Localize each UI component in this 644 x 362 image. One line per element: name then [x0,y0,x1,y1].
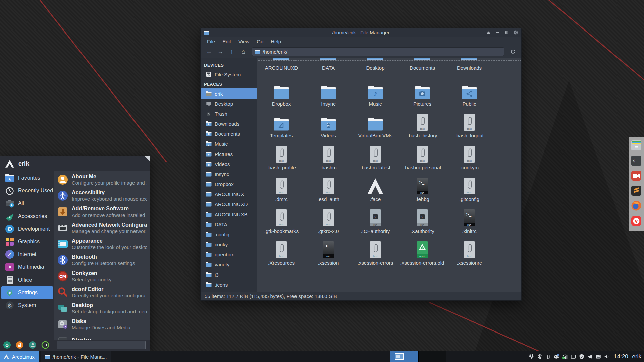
file-pictures[interactable]: Pictures [399,75,446,107]
sidebar-item-downloads[interactable]: Downloads [201,119,257,129]
logout-icon[interactable] [41,341,49,349]
menu-entry-add-remove-software[interactable]: Add/Remove SoftwareAdd or remove softwar… [54,204,150,220]
file-music[interactable]: ♪Music [352,75,399,107]
menu-entry-disks[interactable]: DisksManage Drives and Media [54,316,150,333]
file--bash-logout[interactable]: text.bash_logout [446,107,493,139]
workspace-1[interactable] [390,351,418,362]
file--bash-profile[interactable]: text.bash_profile [258,139,305,171]
menu-entry-accessibility[interactable]: AccessibilityImprove keyboard and mouse … [54,188,150,204]
file--bashrc-latest[interactable]: text.bashrc-latest [352,139,399,171]
menubar-item-edit[interactable]: Edit [219,39,235,44]
screen-recorder-dock-icon[interactable] [631,170,642,181]
file-downloads[interactable]: Downloads [446,58,493,75]
file--xinitrc[interactable]: >_run.xinitrc [446,202,493,234]
clipboard-tray-icon[interactable] [545,354,551,360]
reload-button[interactable] [507,47,519,56]
dropbox-tray-icon[interactable] [528,354,534,360]
file--conkyrc[interactable]: text.conkyrc [446,139,493,171]
sidebar-item-file-system[interactable]: File System [201,69,257,79]
network-tray-icon[interactable] [562,354,568,360]
sidebar-item-arcolinuxd[interactable]: ARCOLINUXD [201,199,257,209]
volume-tray-icon[interactable] [604,354,610,360]
bluetooth-tray-icon[interactable] [537,354,543,360]
menu-category-development[interactable]: ⚙Development [1,223,53,235]
sidebar-item-openbox[interactable]: openbox [201,249,257,259]
menu-entry-about-me[interactable]: About MeConfigure your profile image and… [54,172,150,188]
sidebar-item-videos[interactable]: Videos [201,159,257,169]
file--dmrc[interactable]: text.dmrc [258,171,305,202]
menubar-item-go[interactable]: Go [253,39,267,44]
menu-category-all[interactable]: All [1,197,53,210]
maximize-button[interactable] [504,30,509,35]
file--gtk-bookmarks[interactable]: text.gtk-bookmarks [258,202,305,234]
file--xauthority[interactable]: ›run.Xauthority [399,202,446,234]
sidebar-item-erik[interactable]: erik [201,88,257,99]
sidebar-item-variety[interactable]: variety [201,259,257,269]
sidebar-item-arcolinuxb[interactable]: ARCOLINUXB [201,209,257,219]
menu-category-favorites[interactable]: ★Favorites [1,172,53,184]
menu-entry-advanced-network-configurati-[interactable]: Advanced Network Configurati...Manage an… [54,220,150,236]
start-menu-button[interactable]: ArcoLinux [0,351,39,362]
file--gtkrc-2-0[interactable]: text.gtkrc-2.0 [305,202,352,234]
sidebar-item--config[interactable]: .config [201,229,257,239]
file--xresources[interactable]: text.Xresources [258,234,305,266]
file--xsession-errors-old[interactable]: trash.xsession-errors.old [399,234,446,266]
menu-entry-conkyzen[interactable]: CMConkyzenSelect your conky [54,268,150,284]
file-data[interactable]: DATA [305,58,352,75]
file--fehbg[interactable]: >_run.fehbg [399,171,446,202]
lock-icon[interactable] [16,341,24,349]
menubar-item-help[interactable]: Help [267,39,285,44]
file--bashrc[interactable]: text.bashrc [305,139,352,171]
menu-category-office[interactable]: Office [1,274,53,286]
telegram-tray-icon[interactable] [587,354,593,360]
sidebar-item-documents[interactable]: Documents [201,129,257,139]
sidebar-item-conky[interactable]: conky [201,239,257,249]
settings-round-icon[interactable]: ⚙ [3,341,11,349]
file-videos[interactable]: Videos [305,107,352,139]
shield-tray-icon[interactable] [579,354,585,360]
file-virtualbox-vms[interactable]: VirtualBox VMs [352,107,399,139]
menu-entry-bluetooth[interactable]: BluetoothConfigure Bluetooth settings [54,252,150,268]
sublime-text-dock-icon[interactable] [631,185,642,196]
menu-category-internet[interactable]: Internet [1,248,53,261]
menu-search-input[interactable] [57,341,146,349]
file-templates[interactable]: Templates [258,107,305,139]
file--bashrc-personal[interactable]: text.bashrc-personal [399,139,446,171]
menu-category-recently-used[interactable]: Recently Used [1,184,53,197]
sidebar-item-dropbox[interactable]: Dropbox [201,179,257,189]
clock[interactable]: 14:20 [614,353,628,360]
sidebar-item-music[interactable]: ♪Music [201,139,257,149]
file-dropbox[interactable]: Dropbox [258,75,305,107]
close-button[interactable] [514,30,518,35]
file--xsession-errors[interactable]: text.xsession-errors [352,234,399,266]
menu-entry-display[interactable]: Display [54,333,150,340]
file--face[interactable]: .face [352,171,399,202]
path-bar[interactable]: /home/erik/ [252,47,504,56]
terminal-light-dock-icon[interactable] [631,140,642,151]
discord-tray-icon[interactable] [553,354,559,360]
file-desktop[interactable]: Desktop [352,58,399,75]
user-icon[interactable] [29,341,37,349]
menubar-item-view[interactable]: View [235,39,253,44]
home-button[interactable]: ⌂ [237,47,249,56]
sidebar-item-i3[interactable]: i3 [201,269,257,280]
sidebar-item-data[interactable]: DATA [201,219,257,229]
forward-button[interactable]: → [215,47,226,56]
menu-category-multimedia[interactable]: Multimedia [1,261,53,274]
workspace-2[interactable] [418,351,446,362]
minimize-button[interactable] [495,30,500,35]
menu-category-graphics[interactable]: Graphics [1,235,53,248]
sidebar-item-desktop[interactable]: Desktop [201,99,257,109]
vivaldi-dock-icon[interactable]: V [631,215,642,227]
menu-entry-dconf-editor[interactable]: dconf EditorDirectly edit your entire co… [54,284,150,300]
file-documents[interactable]: Documents [399,58,446,75]
shade-button[interactable] [486,30,491,35]
menu-category-accessories[interactable]: Accessories [1,210,53,223]
back-button[interactable]: ← [203,47,215,56]
menu-category-settings[interactable]: ⚙Settings [1,286,53,299]
file-insync[interactable]: Insync [305,75,352,107]
file-arcolinuxd[interactable]: ARCOLINUXD [258,58,305,75]
file--gitconfig[interactable]: text.gitconfig [446,171,493,202]
menu-entry-desktop[interactable]: DesktopSet desktop background and men... [54,300,150,316]
menubar-item-file[interactable]: File [203,39,219,44]
